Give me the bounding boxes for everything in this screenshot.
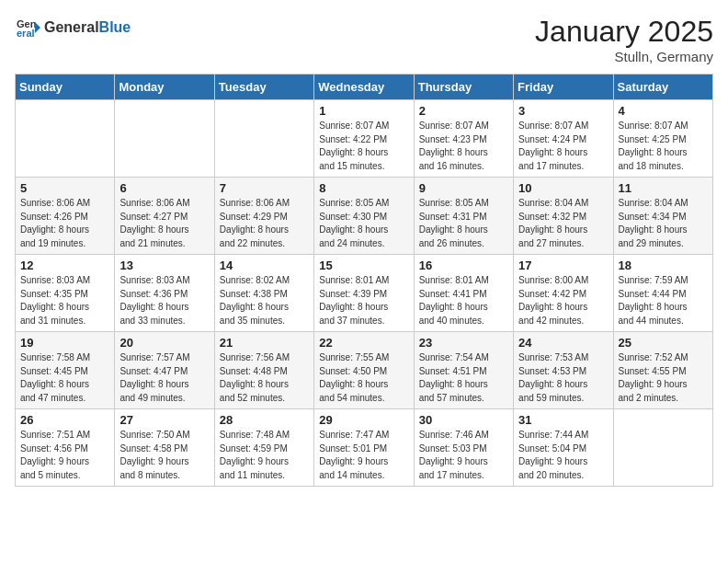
- day-info: Sunrise: 8:06 AM Sunset: 4:29 PM Dayligh…: [220, 197, 309, 250]
- day-info: Sunrise: 7:44 AM Sunset: 5:04 PM Dayligh…: [518, 429, 608, 482]
- day-info: Sunrise: 7:48 AM Sunset: 4:59 PM Dayligh…: [220, 429, 309, 482]
- day-number: 27: [119, 413, 209, 427]
- calendar-header-row: SundayMondayTuesdayWednesdayThursdayFrid…: [16, 75, 713, 100]
- day-info: Sunrise: 8:03 AM Sunset: 4:35 PM Dayligh…: [20, 274, 109, 327]
- day-info: Sunrise: 8:02 AM Sunset: 4:38 PM Dayligh…: [220, 274, 309, 327]
- day-number: 25: [619, 336, 708, 350]
- day-number: 3: [518, 104, 608, 118]
- calendar-cell: 23Sunrise: 7:54 AM Sunset: 4:51 PM Dayli…: [414, 332, 513, 409]
- calendar-table: SundayMondayTuesdayWednesdayThursdayFrid…: [15, 74, 713, 487]
- calendar-cell: 3Sunrise: 8:07 AM Sunset: 4:24 PM Daylig…: [514, 100, 613, 178]
- calendar-cell: 11Sunrise: 8:04 AM Sunset: 4:34 PM Dayli…: [613, 178, 712, 255]
- calendar-cell: 13Sunrise: 8:03 AM Sunset: 4:36 PM Dayli…: [115, 255, 214, 332]
- day-number: 31: [518, 413, 608, 427]
- logo-blue: Blue: [99, 19, 131, 35]
- day-info: Sunrise: 8:01 AM Sunset: 4:39 PM Dayligh…: [319, 274, 408, 327]
- calendar-cell: [16, 100, 115, 178]
- logo-general: General: [44, 19, 99, 35]
- calendar-cell: 22Sunrise: 7:55 AM Sunset: 4:50 PM Dayli…: [314, 332, 414, 409]
- day-number: 23: [419, 336, 508, 350]
- location: Stulln, Germany: [535, 49, 713, 64]
- day-info: Sunrise: 8:05 AM Sunset: 4:30 PM Dayligh…: [319, 197, 408, 250]
- calendar-cell: 27Sunrise: 7:50 AM Sunset: 4:58 PM Dayli…: [115, 409, 214, 487]
- calendar-cell: 12Sunrise: 8:03 AM Sunset: 4:35 PM Dayli…: [16, 255, 115, 332]
- calendar-cell: 8Sunrise: 8:05 AM Sunset: 4:30 PM Daylig…: [314, 178, 414, 255]
- page-header: Gen eral GeneralBlue January 2025 Stulln…: [15, 15, 713, 64]
- day-number: 29: [319, 413, 408, 427]
- calendar-week-2: 5Sunrise: 8:06 AM Sunset: 4:26 PM Daylig…: [16, 178, 713, 255]
- day-info: Sunrise: 8:01 AM Sunset: 4:41 PM Dayligh…: [419, 274, 508, 327]
- day-info: Sunrise: 7:55 AM Sunset: 4:50 PM Dayligh…: [319, 351, 408, 405]
- day-info: Sunrise: 8:07 AM Sunset: 4:22 PM Dayligh…: [319, 120, 408, 173]
- day-info: Sunrise: 8:00 AM Sunset: 4:42 PM Dayligh…: [518, 274, 608, 327]
- day-number: 5: [20, 181, 109, 195]
- day-info: Sunrise: 8:07 AM Sunset: 4:24 PM Dayligh…: [518, 120, 608, 173]
- day-number: 24: [518, 336, 608, 350]
- calendar-cell: [214, 100, 313, 178]
- day-number: 18: [619, 259, 708, 272]
- calendar-cell: 14Sunrise: 8:02 AM Sunset: 4:38 PM Dayli…: [214, 255, 313, 332]
- day-number: 21: [220, 336, 309, 350]
- day-number: 11: [619, 181, 708, 195]
- day-number: 16: [419, 259, 508, 272]
- calendar-cell: 6Sunrise: 8:06 AM Sunset: 4:27 PM Daylig…: [115, 178, 214, 255]
- day-number: 2: [419, 104, 508, 118]
- day-number: 15: [319, 259, 408, 272]
- day-number: 20: [119, 336, 209, 350]
- day-number: 7: [220, 181, 309, 195]
- calendar-cell: 9Sunrise: 8:05 AM Sunset: 4:31 PM Daylig…: [414, 178, 513, 255]
- day-info: Sunrise: 7:57 AM Sunset: 4:47 PM Dayligh…: [119, 351, 209, 405]
- day-info: Sunrise: 7:58 AM Sunset: 4:45 PM Dayligh…: [20, 351, 109, 405]
- calendar-cell: 5Sunrise: 8:06 AM Sunset: 4:26 PM Daylig…: [16, 178, 115, 255]
- title-block: January 2025 Stulln, Germany: [535, 15, 713, 64]
- day-info: Sunrise: 7:46 AM Sunset: 5:03 PM Dayligh…: [419, 429, 508, 482]
- calendar-cell: 26Sunrise: 7:51 AM Sunset: 4:56 PM Dayli…: [16, 409, 115, 487]
- calendar-cell: [115, 100, 214, 178]
- day-number: 28: [220, 413, 309, 427]
- day-info: Sunrise: 7:59 AM Sunset: 4:44 PM Dayligh…: [619, 274, 708, 327]
- day-header-thursday: Thursday: [414, 75, 513, 100]
- day-header-friday: Friday: [514, 75, 613, 100]
- day-info: Sunrise: 8:06 AM Sunset: 4:27 PM Dayligh…: [119, 197, 209, 250]
- calendar-week-1: 1Sunrise: 8:07 AM Sunset: 4:22 PM Daylig…: [16, 100, 713, 178]
- svg-text:eral: eral: [17, 28, 35, 39]
- calendar-cell: 17Sunrise: 8:00 AM Sunset: 4:42 PM Dayli…: [514, 255, 613, 332]
- day-number: 6: [119, 181, 209, 195]
- calendar-cell: 20Sunrise: 7:57 AM Sunset: 4:47 PM Dayli…: [115, 332, 214, 409]
- day-header-sunday: Sunday: [16, 75, 115, 100]
- day-number: 14: [220, 259, 309, 272]
- day-number: 8: [319, 181, 408, 195]
- day-info: Sunrise: 7:56 AM Sunset: 4:48 PM Dayligh…: [220, 351, 309, 405]
- day-header-saturday: Saturday: [613, 75, 712, 100]
- day-info: Sunrise: 8:04 AM Sunset: 4:34 PM Dayligh…: [619, 197, 708, 250]
- day-info: Sunrise: 7:50 AM Sunset: 4:58 PM Dayligh…: [119, 429, 209, 482]
- day-number: 1: [319, 104, 408, 118]
- day-info: Sunrise: 8:06 AM Sunset: 4:26 PM Dayligh…: [20, 197, 109, 250]
- calendar-cell: 2Sunrise: 8:07 AM Sunset: 4:23 PM Daylig…: [414, 100, 513, 178]
- day-header-wednesday: Wednesday: [314, 75, 414, 100]
- calendar-cell: 4Sunrise: 8:07 AM Sunset: 4:25 PM Daylig…: [613, 100, 712, 178]
- day-info: Sunrise: 7:51 AM Sunset: 4:56 PM Dayligh…: [20, 429, 109, 482]
- day-number: 9: [419, 181, 508, 195]
- day-number: 30: [419, 413, 508, 427]
- day-info: Sunrise: 8:07 AM Sunset: 4:23 PM Dayligh…: [419, 120, 508, 173]
- calendar-week-3: 12Sunrise: 8:03 AM Sunset: 4:35 PM Dayli…: [16, 255, 713, 332]
- month-title: January 2025: [535, 15, 713, 49]
- day-number: 26: [20, 413, 109, 427]
- calendar-cell: 1Sunrise: 8:07 AM Sunset: 4:22 PM Daylig…: [314, 100, 414, 178]
- day-info: Sunrise: 8:07 AM Sunset: 4:25 PM Dayligh…: [619, 120, 708, 173]
- logo: Gen eral GeneralBlue: [15, 15, 131, 40]
- day-info: Sunrise: 7:54 AM Sunset: 4:51 PM Dayligh…: [419, 351, 508, 405]
- day-number: 12: [20, 259, 109, 272]
- calendar-cell: 15Sunrise: 8:01 AM Sunset: 4:39 PM Dayli…: [314, 255, 414, 332]
- calendar-cell: [613, 409, 712, 487]
- calendar-cell: 29Sunrise: 7:47 AM Sunset: 5:01 PM Dayli…: [314, 409, 414, 487]
- calendar-week-4: 19Sunrise: 7:58 AM Sunset: 4:45 PM Dayli…: [16, 332, 713, 409]
- day-info: Sunrise: 7:47 AM Sunset: 5:01 PM Dayligh…: [319, 429, 408, 482]
- calendar-cell: 24Sunrise: 7:53 AM Sunset: 4:53 PM Dayli…: [514, 332, 613, 409]
- day-info: Sunrise: 8:03 AM Sunset: 4:36 PM Dayligh…: [119, 274, 209, 327]
- calendar-cell: 18Sunrise: 7:59 AM Sunset: 4:44 PM Dayli…: [613, 255, 712, 332]
- day-number: 10: [518, 181, 608, 195]
- day-info: Sunrise: 8:05 AM Sunset: 4:31 PM Dayligh…: [419, 197, 508, 250]
- calendar-cell: 31Sunrise: 7:44 AM Sunset: 5:04 PM Dayli…: [514, 409, 613, 487]
